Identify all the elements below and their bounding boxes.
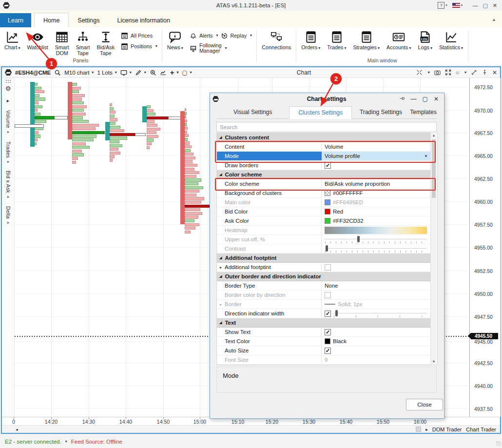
color-circle-icon[interactable]: ○ xyxy=(456,69,459,76)
ribbon-tab-settings[interactable]: Settings xyxy=(69,13,108,27)
slider[interactable] xyxy=(325,236,427,243)
ribbon-button-trades[interactable]: Trades▾ xyxy=(324,29,349,52)
setting-row-draw-borders[interactable]: Draw borders✓ xyxy=(217,161,431,170)
pin-icon[interactable] xyxy=(482,69,488,76)
dropdown-icon[interactable]: ▾ xyxy=(155,44,157,48)
ribbon-button-bid-ask-tape[interactable]: Bid/Ask Tape xyxy=(93,29,118,57)
expand-arrow-icon[interactable]: ▸ xyxy=(220,265,222,270)
gear-icon[interactable]: ⚙ xyxy=(5,85,11,92)
link-dropdown-icon[interactable]: ▾ xyxy=(428,70,430,75)
server-status[interactable]: E2 - server connected. xyxy=(5,439,61,445)
camera-icon[interactable] xyxy=(434,69,441,76)
setting-row-background-of-clusters[interactable]: Background of clusters#00FFFFFF xyxy=(217,189,431,198)
setting-row-content[interactable]: ContentVolume xyxy=(217,142,431,152)
language-flag-icon[interactable]: ▾ xyxy=(452,3,463,8)
ribbon-button-strategies[interactable]: Strategies▾ xyxy=(349,29,383,52)
setting-row-upper-cut-off[interactable]: Upper cut-off, % xyxy=(217,235,431,244)
expand-arrow-icon[interactable]: ▸ xyxy=(220,302,222,307)
maximize-icon[interactable]: ▢ xyxy=(483,2,487,9)
settings-group-outer-border-and-direction-indicator[interactable]: ◢Outer border and direction indicator xyxy=(217,272,431,281)
checkbox[interactable] xyxy=(325,292,331,298)
setting-row-show-text[interactable]: Show Text✓ xyxy=(217,328,431,337)
minimize-icon[interactable]: — xyxy=(472,2,478,8)
ribbon-button-orders[interactable]: Orders▾ xyxy=(298,29,324,52)
side-panel-trades[interactable]: Trades ▸ xyxy=(5,141,11,164)
chart-trader-button[interactable]: Chart Trader xyxy=(466,427,496,432)
symbol-selector[interactable]: #ESH4@CME xyxy=(15,70,51,76)
timeframe-selector[interactable]: M10 chart▾ xyxy=(64,70,94,76)
color-swatch[interactable] xyxy=(325,209,330,214)
dialog-tab-clusters-settings[interactable]: Clusters Settings xyxy=(289,106,351,119)
slider[interactable] xyxy=(333,310,427,317)
add-indicator-icon[interactable]: +▾ xyxy=(170,68,179,77)
side-panel-volume[interactable]: Volume ▸ xyxy=(5,110,11,134)
checkbox[interactable]: ✓ xyxy=(325,311,331,317)
settings-search-input[interactable] xyxy=(216,122,437,132)
dom-trader-button[interactable]: DOM Trader xyxy=(432,427,462,432)
dropdown-icon[interactable]: ▾ xyxy=(216,34,218,38)
ribbon-button-logs[interactable]: LOGLogs▾ xyxy=(414,29,435,52)
price-axis[interactable]: 4972.504970.004967.504965.004962.504960.… xyxy=(469,78,501,417)
setting-row-border-type[interactable]: Border TypeNone xyxy=(217,281,431,291)
close-button[interactable]: Close xyxy=(406,399,443,410)
indicator-chart-icon[interactable] xyxy=(160,69,167,76)
settings-group-additional-footptint[interactable]: ◢Additional footptint xyxy=(217,253,431,263)
scrollbar-down-icon[interactable]: ▼ xyxy=(431,360,437,363)
lots-selector[interactable]: 1 Lots▾ xyxy=(97,70,116,76)
template-icon[interactable]: ▢▾ xyxy=(182,69,192,76)
color-swatch[interactable] xyxy=(325,218,330,224)
close-icon[interactable]: ✕ xyxy=(493,2,497,9)
ribbon-tab-learn[interactable]: Learn xyxy=(0,13,31,27)
collapse-triangle-icon[interactable]: ◢ xyxy=(219,173,222,176)
zoom-icon[interactable] xyxy=(150,69,156,76)
setting-row-heatmap[interactable]: Heatmap xyxy=(217,226,431,235)
collapse-triangle-icon[interactable]: ◢ xyxy=(219,321,222,325)
dialog-tab-trading-settings[interactable]: Trading Settings xyxy=(352,106,410,118)
ribbon-tab-license-information[interactable]: License information xyxy=(109,13,179,27)
ribbon-button-all-prices[interactable]: All Prices xyxy=(121,32,157,39)
panel-layout-icon[interactable]: ▾ xyxy=(120,69,132,76)
ribbon-button-news[interactable]: News▾ xyxy=(164,29,187,52)
settings-group-text[interactable]: ◢Text xyxy=(217,318,431,328)
scroll-right-icon[interactable]: ▸ xyxy=(425,427,428,432)
ribbon-button-positions[interactable]: Positions▾ xyxy=(121,43,157,50)
link-group-icon[interactable] xyxy=(416,69,423,76)
setting-row-bid-color[interactable]: Bid ColorRed xyxy=(217,207,431,216)
scroll-left-icon[interactable]: ◂ xyxy=(16,427,18,432)
ribbon-button-statistics[interactable]: Statistics▾ xyxy=(436,29,466,52)
server-dropdown-icon[interactable]: ▾ xyxy=(65,439,67,444)
ribbon-button-accounts[interactable]: Accounts▾ xyxy=(383,29,414,52)
setting-row-contrast[interactable]: Contrast xyxy=(217,244,431,253)
setting-row-border-color-by-direction[interactable]: Border color by direction xyxy=(217,291,431,300)
setting-row-direction-indicator-width[interactable]: Direction indicator width✓ xyxy=(217,309,431,318)
settings-scrollbar[interactable]: ▲ ▼ xyxy=(430,133,437,364)
ribbon-button-following-manager[interactable]: Following Manager▾ xyxy=(190,43,252,54)
heatmap-gradient[interactable] xyxy=(325,227,427,234)
ribbon-button-connections[interactable]: Connections xyxy=(258,29,294,51)
help-icon[interactable]: ?▾ xyxy=(438,2,447,9)
drag-grip-icon[interactable] xyxy=(5,79,11,83)
settings-group-clusters-content[interactable]: ◢Clusters content xyxy=(217,133,431,142)
dropdown-icon[interactable]: ▾ xyxy=(225,46,227,50)
side-panel-bid-x-ask[interactable]: Bid x Ask ▸ xyxy=(5,171,11,199)
color-swatch[interactable] xyxy=(325,190,330,196)
dialog-maximize-icon[interactable]: ▢ xyxy=(423,96,428,102)
ribbon-button-smart-tape[interactable]: Smart Tape xyxy=(73,29,94,57)
dialog-minimize-icon[interactable]: — xyxy=(411,96,417,102)
setting-row-auto-size[interactable]: Auto Size✓ xyxy=(217,346,431,355)
panel-expand-arrow[interactable]: ▸ xyxy=(5,97,11,103)
setting-row-color-scheme[interactable]: Color schemeBid/Ask volume proportion xyxy=(217,179,431,189)
slider[interactable] xyxy=(325,245,427,253)
panel-square-icon[interactable] xyxy=(416,427,421,432)
dialog-close-icon[interactable]: ✕ xyxy=(434,96,439,102)
collapse-triangle-icon[interactable]: ◢ xyxy=(219,136,222,139)
checkbox[interactable]: ✓ xyxy=(325,329,331,335)
ribbon-button-smart-dom[interactable]: Smart DOM xyxy=(52,29,73,57)
setting-row-border[interactable]: ▸BorderSolid; 1px xyxy=(217,300,431,309)
setting-row-main-color[interactable]: Main color#FF6495ED xyxy=(217,198,431,207)
color-dropdown-icon[interactable]: ▾ xyxy=(464,70,466,75)
fullscreen-icon[interactable] xyxy=(445,69,451,76)
tools-icon[interactable] xyxy=(471,69,477,76)
checkbox[interactable] xyxy=(325,264,331,271)
resize-grip[interactable] xyxy=(496,441,501,446)
